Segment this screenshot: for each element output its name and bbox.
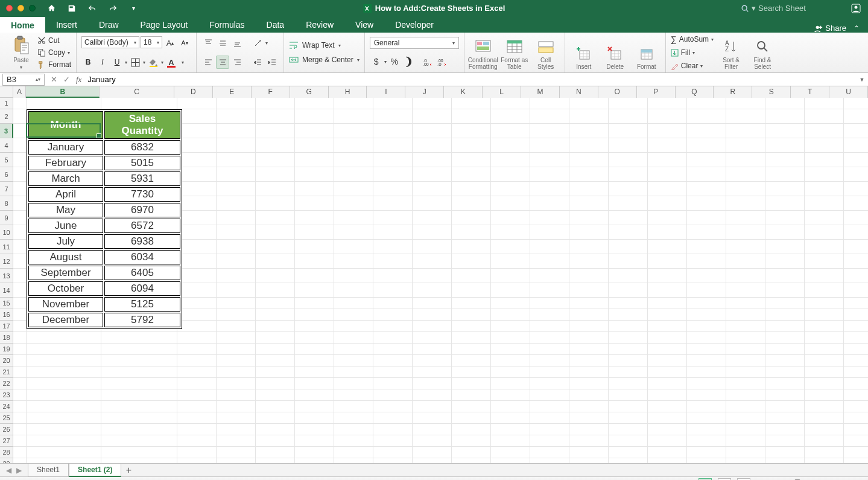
percent-format-icon[interactable]: %	[388, 55, 401, 68]
column-header[interactable]: K	[444, 86, 483, 98]
row-header[interactable]: 17	[0, 321, 13, 332]
column-header[interactable]: O	[598, 86, 637, 98]
cancel-formula-icon[interactable]: ✕	[51, 75, 57, 84]
row-header[interactable]: 4	[0, 138, 13, 153]
table-cell[interactable]: 6938	[104, 234, 180, 249]
search-sheet[interactable]: ▾	[741, 4, 843, 13]
decrease-decimal-icon[interactable]: .00.0	[436, 55, 449, 68]
row-header[interactable]: 23	[0, 389, 13, 401]
column-header[interactable]: A	[13, 86, 27, 98]
table-cell[interactable]: February	[28, 156, 103, 170]
wrap-text-button[interactable]: Wrap Text▾	[289, 41, 360, 50]
column-header[interactable]: E	[213, 86, 252, 98]
row-header[interactable]: 27	[0, 435, 13, 447]
column-header[interactable]: M	[521, 86, 560, 98]
column-header[interactable]: P	[637, 86, 676, 98]
table-cell[interactable]: 7730	[104, 187, 180, 202]
sheet-nav-next-icon[interactable]: ▶	[16, 466, 22, 475]
accept-formula-icon[interactable]: ✓	[63, 75, 70, 84]
column-header[interactable]: N	[560, 86, 598, 98]
insert-cells-button[interactable]: Insert	[570, 35, 598, 70]
format-painter-button[interactable]: Format	[37, 59, 71, 70]
row-header[interactable]: 18	[0, 332, 13, 344]
add-sheet-button[interactable]: +	[121, 465, 136, 476]
ribbon-tab-data[interactable]: Data	[256, 16, 296, 33]
fullscreen-window-icon[interactable]	[29, 5, 36, 11]
table-cell[interactable]: November	[28, 297, 103, 312]
row-header[interactable]: 29	[0, 458, 13, 463]
row-header[interactable]: 22	[0, 378, 13, 389]
sheet-tab[interactable]: Sheet1	[28, 464, 69, 477]
font-size-combo[interactable]: 18▾	[141, 36, 162, 48]
accounting-format-icon[interactable]: $	[370, 55, 383, 68]
row-header[interactable]: 20	[0, 355, 13, 366]
home-icon[interactable]	[46, 4, 56, 13]
ribbon-tab-insert[interactable]: Insert	[45, 16, 88, 33]
cell-styles-button[interactable]: Cell Styles	[532, 35, 560, 70]
worksheet-grid[interactable]: ABCDEFGHIJKLMNOPQRSTU 123456789101112131…	[0, 86, 868, 463]
column-header[interactable]: G	[290, 86, 329, 98]
share-button[interactable]: Share	[814, 24, 846, 33]
table-cell[interactable]: 5931	[104, 171, 180, 186]
row-header[interactable]: 25	[0, 412, 13, 424]
row-header[interactable]: 9	[0, 211, 13, 225]
sheet-nav-prev-icon[interactable]: ◀	[6, 466, 11, 475]
copy-button[interactable]: Copy▾	[37, 47, 71, 58]
table-cell[interactable]: 6094	[104, 281, 180, 296]
close-window-icon[interactable]	[6, 5, 13, 11]
row-header[interactable]: 24	[0, 401, 13, 412]
row-header[interactable]: 11	[0, 240, 13, 254]
ribbon-tab-home[interactable]: Home	[0, 16, 45, 33]
column-header[interactable]: U	[829, 86, 868, 98]
column-header[interactable]: T	[791, 86, 829, 98]
italic-button[interactable]: I	[96, 56, 109, 69]
search-input[interactable]	[758, 4, 843, 13]
align-middle-icon[interactable]	[216, 36, 229, 50]
row-header[interactable]: 6	[0, 167, 13, 182]
qat-customize-icon[interactable]: ▾	[128, 4, 138, 13]
table-cell[interactable]: October	[28, 281, 103, 296]
table-cell[interactable]: May	[28, 203, 103, 217]
number-format-combo[interactable]: General▾	[370, 37, 459, 49]
table-header[interactable]: Sales Quantity	[104, 111, 180, 139]
column-header[interactable]: B	[26, 86, 100, 98]
expand-formula-bar-icon[interactable]: ▼	[856, 77, 868, 83]
ribbon-tab-draw[interactable]: Draw	[88, 16, 130, 33]
column-header[interactable]: H	[329, 86, 367, 98]
align-top-icon[interactable]	[201, 36, 215, 50]
table-header[interactable]: Month	[28, 111, 103, 139]
ribbon-tab-page-layout[interactable]: Page Layout	[130, 16, 199, 33]
table-cell[interactable]: June	[28, 219, 103, 233]
sort-filter-button[interactable]: AZ Sort & Filter	[717, 35, 745, 70]
formula-input[interactable]	[87, 74, 856, 85]
table-cell[interactable]: 6034	[104, 250, 180, 264]
increase-font-icon[interactable]: A▴	[163, 36, 177, 50]
row-header[interactable]: 14	[0, 283, 13, 298]
increase-decimal-icon[interactable]: .0.00	[422, 55, 435, 68]
table-cell[interactable]: 5792	[104, 313, 180, 327]
row-header[interactable]: 7	[0, 182, 13, 196]
ribbon-tab-review[interactable]: Review	[295, 16, 344, 33]
table-cell[interactable]: December	[28, 313, 103, 327]
redo-icon[interactable]	[108, 4, 118, 13]
sheet-tab[interactable]: Sheet1 (2)	[69, 464, 121, 477]
row-header[interactable]: 10	[0, 225, 13, 240]
table-cell[interactable]: March	[28, 171, 103, 186]
fill-color-button[interactable]	[147, 56, 160, 69]
column-header[interactable]: L	[483, 86, 521, 98]
comma-format-icon[interactable]: ❩	[402, 55, 416, 68]
align-bottom-icon[interactable]	[230, 36, 244, 50]
row-header[interactable]: 28	[0, 447, 13, 458]
ribbon-tab-developer[interactable]: Developer	[384, 16, 445, 33]
decrease-font-icon[interactable]: A▾	[178, 36, 191, 50]
format-as-table-button[interactable]: Format as Table	[501, 35, 528, 70]
ribbon-tab-view[interactable]: View	[344, 16, 384, 33]
paste-button[interactable]: Paste▾	[7, 35, 35, 70]
table-cell[interactable]: April	[28, 187, 103, 202]
clear-button[interactable]: Clear▾	[671, 60, 714, 71]
orientation-icon[interactable]	[251, 36, 264, 50]
merge-center-button[interactable]: Merge & Center▾	[289, 56, 360, 64]
row-header[interactable]: 19	[0, 344, 13, 355]
row-header[interactable]: 26	[0, 424, 13, 435]
row-header[interactable]: 15	[0, 298, 13, 309]
